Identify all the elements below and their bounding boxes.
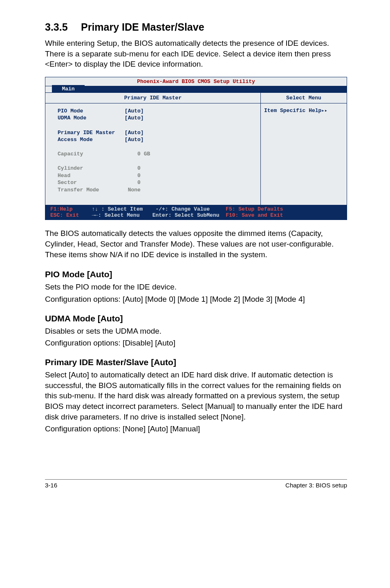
double-right-arrow-icon: ▸▸ bbox=[321, 108, 327, 114]
bios-title: Phoenix-Award BIOS CMOS Setup Utility bbox=[137, 79, 255, 85]
bios-content-area: PIO Mode [Auto] UDMA Mode [Auto] Primary… bbox=[45, 103, 260, 205]
bios-right-body: Item Specific Help▸▸ bbox=[261, 103, 347, 118]
bios-title-bar: Phoenix-Award BIOS CMOS Setup Utility Ma… bbox=[45, 77, 347, 86]
pim-label: Primary IDE Master bbox=[58, 130, 115, 136]
select-item-hint: ↑↓ : Select Item bbox=[92, 206, 143, 212]
cap-label: Capacity bbox=[58, 151, 83, 157]
bios-footer: F1:Help ↑↓ : Select Item -/+: Change Val… bbox=[45, 205, 347, 220]
udma-line2: Configuration options: [Disable] [Auto] bbox=[45, 338, 347, 348]
page-number: 3-16 bbox=[45, 482, 57, 489]
page-footer: 3-16 Chapter 3: BIOS setup bbox=[45, 479, 347, 489]
section-heading: 3.3.5Primary IDE Master/Slave bbox=[45, 21, 347, 33]
tm-label: Transfer Mode bbox=[58, 187, 99, 193]
chapter-label: Chapter 3: BIOS setup bbox=[285, 482, 347, 489]
f1-help: F1:Help bbox=[50, 206, 73, 212]
pim-value: [Auto] bbox=[125, 130, 144, 136]
bios-right-header: Select Menu bbox=[261, 93, 347, 103]
after-bios-paragraph: The BIOS automatically detects the value… bbox=[45, 228, 347, 260]
section-number: 3.3.5 bbox=[45, 21, 81, 33]
intro-paragraph: While entering Setup, the BIOS automatic… bbox=[45, 38, 347, 70]
pide-body: Select [Auto] to automatically detect an… bbox=[45, 370, 347, 422]
f10-save: F10: Save and Exit bbox=[226, 212, 283, 218]
pio-heading: PIO Mode [Auto] bbox=[45, 269, 347, 279]
head-value: 0 bbox=[137, 173, 141, 179]
select-menu-hint: →←: Select Menu bbox=[92, 212, 139, 218]
udma-label: UDMA Mode bbox=[58, 115, 86, 121]
udma-line1: Disables or sets the UDMA mode. bbox=[45, 326, 347, 337]
udma-heading: UDMA Mode [Auto] bbox=[45, 314, 347, 323]
bios-nav-strip bbox=[85, 86, 347, 92]
cyl-label: Cylinder bbox=[58, 165, 83, 171]
sec-value: 0 bbox=[137, 180, 141, 186]
pio-line1: Sets the PIO mode for the IDE device. bbox=[45, 282, 347, 292]
sec-label: Sector bbox=[58, 180, 77, 186]
enter-submenu-hint: Enter: Select SubMenu bbox=[152, 212, 220, 218]
bios-screenshot: Phoenix-Award BIOS CMOS Setup Utility Ma… bbox=[45, 77, 347, 220]
cap-value: 0 GB bbox=[137, 151, 150, 157]
head-label: Head bbox=[58, 173, 70, 179]
esc-exit: ESC: Exit bbox=[50, 212, 79, 218]
change-value-hint: -/+: Change Value bbox=[155, 206, 210, 212]
acc-label: Access Mode bbox=[58, 137, 93, 143]
acc-value: [Auto] bbox=[125, 137, 144, 143]
pio-label: PIO Mode bbox=[58, 108, 83, 114]
pio-line2: Configuration options: [Auto] [Mode 0] [… bbox=[45, 294, 347, 305]
tm-value: None bbox=[128, 187, 141, 193]
f5-defaults: F5: Setup Defaults bbox=[226, 206, 283, 212]
item-specific-help-label: Item Specific Help bbox=[264, 108, 321, 114]
cyl-value: 0 bbox=[137, 165, 141, 171]
bios-tab-main: Main bbox=[52, 85, 85, 92]
pide-heading: Primary IDE Master/Slave [Auto] bbox=[45, 357, 347, 367]
pide-cfg: Configuration options: [None] [Auto] [Ma… bbox=[45, 424, 347, 434]
pio-value: [Auto] bbox=[125, 108, 144, 114]
section-title: Primary IDE Master/Slave bbox=[81, 21, 204, 33]
bios-left-header: Primary IDE Master bbox=[45, 93, 260, 103]
udma-value: [Auto] bbox=[125, 115, 144, 121]
